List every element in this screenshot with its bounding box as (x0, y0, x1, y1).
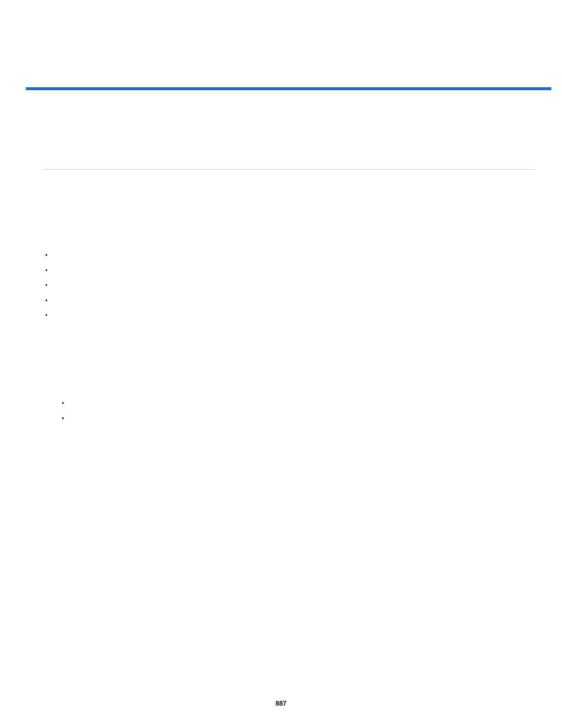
list-item (42, 282, 51, 298)
list-item (42, 268, 51, 283)
list-item (59, 400, 67, 416)
bullet-list-1 (42, 252, 51, 328)
list-item (42, 298, 51, 313)
horizontal-rule-accent (26, 87, 551, 90)
horizontal-rule-thin (42, 169, 535, 170)
list-item (59, 416, 67, 431)
page-number: 887 (0, 700, 562, 707)
list-item (42, 312, 51, 328)
bullet-list-2 (59, 400, 67, 430)
list-item (42, 252, 51, 268)
